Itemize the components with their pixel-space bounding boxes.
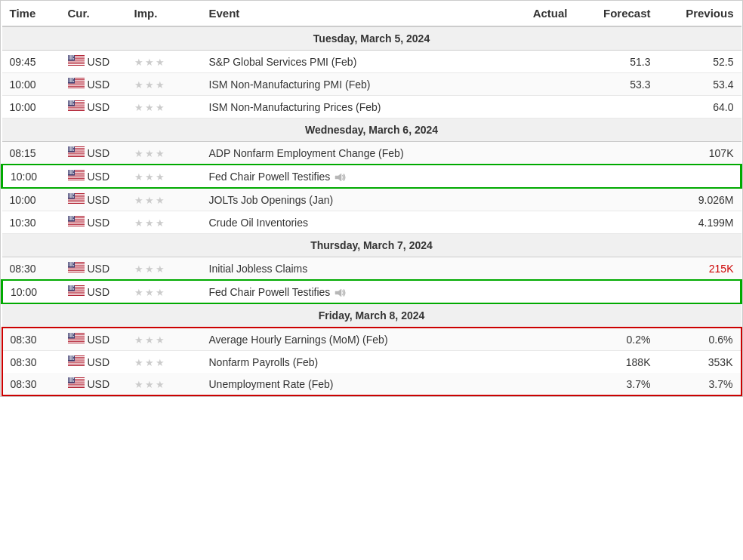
- event-time: 10:00: [2, 280, 60, 303]
- star-icon: ★: [134, 79, 143, 91]
- importance-stars: ★★★: [134, 171, 165, 183]
- importance-cell: ★★★: [127, 211, 202, 234]
- svg-rect-159: [68, 268, 85, 269]
- svg-rect-226: [68, 362, 85, 362]
- actual-value: [509, 96, 575, 118]
- star-icon: ★: [145, 217, 154, 229]
- svg-rect-93: [68, 177, 85, 178]
- star-icon: ★: [156, 217, 165, 229]
- star-icon: ★: [134, 379, 143, 390]
- svg-rect-248: [68, 383, 85, 384]
- event-time: 08:30: [2, 328, 60, 351]
- importance-stars: ★★★: [134, 287, 165, 298]
- event-time: 10:00: [2, 73, 60, 96]
- svg-text:★: ★: [72, 380, 75, 383]
- svg-rect-204: [68, 339, 85, 340]
- currency-cell: ★★★★★ ★★★★ ★★★★★ USD: [60, 142, 127, 165]
- previous-value: 9.026M: [658, 188, 741, 211]
- star-icon: ★: [134, 195, 143, 206]
- star-icon: ★: [134, 287, 143, 298]
- event-name: Fed Chair Powell Testifies: [202, 165, 509, 188]
- svg-rect-72: [68, 155, 85, 156]
- currency-cell: ★★★★★ ★★★★ ★★★★★ USD: [60, 280, 127, 303]
- svg-text:★: ★: [72, 172, 75, 175]
- currency-cell: ★★★★★ ★★★★ ★★★★★ USD: [60, 188, 127, 211]
- table-row: 10:00 ★★★★★ ★★★★ ★★★★★ USD ★★★ ISM Non-M…: [2, 96, 741, 118]
- svg-text:★: ★: [72, 218, 75, 221]
- importance-stars: ★★★: [134, 334, 165, 346]
- table-row: 09:45 ★★★★★ ★★★★ ★★★★★ USD ★★★ S&P Globa…: [2, 51, 741, 73]
- col-imp-label: Imp.: [134, 7, 158, 20]
- event-name: ADP Nonfarm Employment Change (Feb): [202, 142, 509, 165]
- svg-rect-249: [68, 385, 85, 386]
- sound-icon: [335, 173, 347, 182]
- event-time: 10:30: [2, 211, 60, 234]
- col-event: Event: [202, 1, 509, 26]
- currency-cell: ★★★★★ ★★★★ ★★★★★ USD: [60, 373, 127, 395]
- actual-value: [509, 280, 575, 303]
- table-row: 08:30 ★★★★★ ★★★★ ★★★★★ USD ★★★ Unemploym…: [2, 373, 741, 395]
- svg-rect-250: [68, 386, 85, 387]
- currency-label: USD: [88, 101, 110, 113]
- flag-icon: ★★★★★ ★★★★ ★★★★★: [68, 146, 85, 159]
- previous-value: 3.7%: [658, 373, 741, 395]
- table-row: 08:30 ★★★★★ ★★★★ ★★★★★ USD ★★★ Average H…: [2, 328, 741, 351]
- star-icon: ★: [134, 263, 143, 275]
- event-time: 10:00: [2, 165, 60, 188]
- event-name: ISM Non-Manufacturing PMI (Feb): [202, 73, 509, 96]
- day-header-cell: Wednesday, March 6, 2024: [2, 118, 741, 142]
- currency-cell: ★★★★★ ★★★★ ★★★★★ USD: [60, 351, 127, 374]
- importance-stars: ★★★: [134, 357, 165, 368]
- forecast-value: 3.7%: [575, 373, 658, 395]
- flag-icon: ★★★★★ ★★★★ ★★★★★: [68, 355, 85, 368]
- star-icon: ★: [156, 379, 165, 390]
- flag-icon: ★★★★★ ★★★★ ★★★★★: [68, 377, 85, 390]
- svg-rect-26: [68, 84, 85, 85]
- event-time: 08:30: [2, 257, 60, 281]
- col-time-label: Time: [10, 7, 36, 20]
- svg-marker-110: [335, 174, 341, 181]
- forecast-value: [575, 96, 658, 118]
- flag-icon: ★★★★★ ★★★★ ★★★★★: [68, 285, 85, 298]
- svg-text:★: ★: [72, 80, 75, 83]
- importance-cell: ★★★: [127, 280, 202, 303]
- col-forecast: Forecast: [575, 1, 658, 26]
- previous-value: 53.4: [658, 73, 741, 96]
- svg-text:★: ★: [72, 195, 75, 198]
- flag-icon: ★★★★★ ★★★★ ★★★★★: [68, 216, 85, 229]
- svg-rect-183: [68, 294, 85, 295]
- star-icon: ★: [134, 102, 143, 113]
- svg-rect-228: [68, 365, 85, 365]
- previous-value: 353K: [658, 351, 741, 374]
- event-name: Crude Oil Inventories: [202, 211, 509, 234]
- forecast-value: [575, 280, 658, 303]
- svg-rect-92: [68, 176, 85, 177]
- event-time: 08:30: [2, 351, 60, 374]
- importance-cell: ★★★: [127, 373, 202, 395]
- actual-value: [509, 211, 575, 234]
- day-header-row: Tuesday, March 5, 2024: [2, 26, 741, 51]
- event-time: 08:30: [2, 373, 60, 395]
- star-icon: ★: [145, 57, 154, 68]
- forecast-value: [575, 257, 658, 281]
- importance-cell: ★★★: [127, 51, 202, 73]
- event-name: JOLTs Job Openings (Jan): [202, 188, 509, 211]
- star-icon: ★: [145, 79, 154, 91]
- previous-value: 4.199M: [658, 211, 741, 234]
- actual-value: [509, 51, 575, 73]
- currency-label: USD: [88, 56, 110, 68]
- star-icon: ★: [156, 171, 165, 183]
- svg-text:★: ★: [72, 288, 75, 291]
- event-name: Average Hourly Earnings (MoM) (Feb): [202, 328, 509, 351]
- star-icon: ★: [145, 102, 154, 113]
- currency-label: USD: [88, 78, 110, 91]
- svg-text:★: ★: [72, 335, 75, 338]
- star-icon: ★: [134, 334, 143, 346]
- importance-cell: ★★★: [127, 188, 202, 211]
- currency-cell: ★★★★★ ★★★★ ★★★★★ USD: [60, 328, 127, 351]
- importance-stars: ★★★: [134, 217, 165, 229]
- svg-rect-182: [68, 293, 85, 294]
- importance-stars: ★★★: [134, 148, 165, 159]
- svg-text:★: ★: [72, 149, 75, 152]
- forecast-value: 188K: [575, 351, 658, 374]
